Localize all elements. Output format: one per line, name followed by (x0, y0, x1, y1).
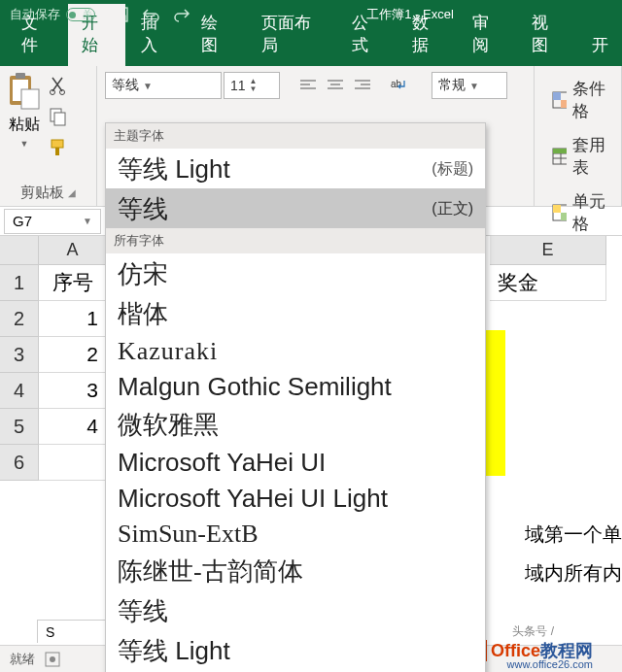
tab-dev[interactable]: 开 (578, 26, 622, 66)
font-item-theme-0[interactable]: 等线 Light(标题) (106, 149, 485, 188)
name-box-value: G7 (13, 213, 32, 229)
tab-insert[interactable]: 插入 (127, 4, 186, 66)
tab-file[interactable]: 文件 (8, 4, 66, 66)
svg-rect-25 (561, 100, 567, 108)
paste-label: 粘贴 (9, 115, 40, 135)
col-header-A[interactable]: A (39, 236, 107, 265)
select-all-corner[interactable] (0, 236, 39, 265)
row-header-4[interactable]: 4 (0, 373, 39, 409)
chevron-down-icon[interactable]: ▼ (83, 216, 92, 226)
name-box[interactable]: G7 ▼ (4, 209, 101, 234)
align-right-icon[interactable] (350, 74, 375, 97)
cell-styles-icon (552, 204, 567, 221)
tab-layout[interactable]: 页面布局 (248, 4, 336, 66)
svg-point-35 (50, 656, 55, 662)
font-dropdown[interactable]: 主题字体 等线 Light(标题) 等线(正文) 所有字体 仿宋 楷体 Kazu… (105, 122, 486, 672)
col-header-E[interactable]: E (490, 236, 606, 265)
svg-rect-32 (553, 205, 561, 213)
svg-rect-24 (553, 92, 561, 100)
svg-rect-5 (16, 73, 25, 79)
font-name-value: 等线 (112, 77, 139, 94)
partial-text: 域第一个单 域内所有内 (525, 515, 622, 592)
row-header-3[interactable]: 3 (0, 337, 39, 373)
dialog-launcher-icon[interactable]: ◢ (68, 187, 76, 198)
svg-rect-30 (553, 149, 567, 153)
font-size-value: 11 (230, 78, 246, 93)
font-item-6[interactable]: Microsoft YaHei UI Light (106, 480, 485, 516)
format-as-table-button[interactable]: 套用表 (552, 134, 613, 179)
font-size-spinner[interactable]: ▲▼ (250, 78, 258, 93)
font-item-7[interactable]: SimSun-ExtB (106, 516, 485, 551)
row-header-6[interactable]: 6 (0, 445, 39, 481)
ribbon-tabs: 文件 开始 插入 绘图 页面布局 公式 数据 审阅 视图 开 (0, 29, 622, 66)
font-item-1[interactable]: 楷体 (106, 293, 485, 333)
group-clipboard: 粘贴 ▼ 剪贴板◢ (0, 66, 97, 206)
svg-rect-10 (54, 113, 65, 125)
tab-formulas[interactable]: 公式 (338, 4, 397, 66)
highlighted-range (486, 330, 505, 476)
cell-E1[interactable]: 奖金 (490, 265, 606, 301)
macro-record-icon[interactable] (45, 652, 60, 667)
wrap-text-icon[interactable]: ab (387, 74, 412, 97)
clipboard-icon (8, 72, 41, 111)
sheet-tab[interactable]: S (37, 620, 115, 643)
font-item-8[interactable]: 陈继世-古韵简体 (106, 551, 485, 590)
svg-rect-11 (52, 140, 63, 148)
cell-A3[interactable]: 2 (39, 337, 107, 373)
font-item-9[interactable]: 等线 (106, 590, 485, 630)
cell-A5[interactable]: 4 (39, 409, 107, 445)
clipboard-group-label: 剪贴板 (20, 184, 64, 202)
font-item-5[interactable]: Microsoft YaHei UI (106, 444, 485, 480)
number-format-combo[interactable]: 常规 ▼ (432, 72, 507, 99)
cut-icon[interactable] (49, 76, 68, 95)
tab-data[interactable]: 数据 (398, 4, 457, 66)
table-icon (552, 148, 567, 165)
cell-A6[interactable] (39, 445, 107, 481)
align-center-icon[interactable] (323, 74, 348, 97)
font-item-3[interactable]: Malgun Gothic Semilight (106, 368, 485, 404)
svg-rect-6 (21, 89, 39, 109)
font-item-0[interactable]: 仿宋 (106, 253, 485, 293)
font-section-all: 所有字体 (106, 228, 485, 253)
paste-button[interactable]: 粘贴 ▼ (8, 72, 41, 149)
font-item-10[interactable]: 等线 Light (106, 630, 485, 670)
tab-review[interactable]: 审阅 (459, 4, 517, 66)
cell-A4[interactable]: 3 (39, 373, 107, 409)
conditional-formatting-icon (552, 91, 567, 109)
chevron-down-icon: ▼ (469, 81, 479, 91)
copy-icon[interactable] (49, 107, 68, 126)
tab-view[interactable]: 视图 (518, 4, 576, 66)
row-header-2[interactable]: 2 (0, 301, 39, 337)
cell-A1[interactable]: 序号 (39, 265, 107, 301)
row-header-5[interactable]: 5 (0, 409, 39, 445)
font-item-2[interactable]: Kazuraki (106, 333, 485, 368)
group-styles: 条件格 套用表 单元格 样式 (535, 66, 622, 206)
conditional-formatting-button[interactable]: 条件格 (552, 78, 613, 122)
font-name-combo[interactable]: 等线 ▼ (105, 72, 222, 99)
tab-draw[interactable]: 绘图 (188, 4, 246, 66)
font-section-theme: 主题字体 (106, 123, 485, 149)
cell-styles-button[interactable]: 单元格 (552, 190, 613, 235)
chevron-down-icon: ▼ (143, 81, 153, 91)
cell-A2[interactable]: 1 (39, 301, 107, 337)
status-text: 就绪 (10, 651, 35, 668)
font-item-4[interactable]: 微软雅黑 (106, 404, 485, 444)
svg-rect-33 (561, 213, 567, 220)
row-header-1[interactable]: 1 (0, 265, 39, 301)
font-size-combo[interactable]: 11 ▲▼ (224, 72, 280, 99)
font-item-theme-1[interactable]: 等线(正文) (106, 188, 485, 228)
svg-rect-12 (55, 148, 59, 155)
autosave-switch[interactable]: 关 (66, 8, 95, 21)
number-format-value: 常规 (438, 77, 466, 94)
align-left-icon[interactable] (295, 74, 321, 97)
format-painter-icon[interactable] (49, 138, 68, 157)
